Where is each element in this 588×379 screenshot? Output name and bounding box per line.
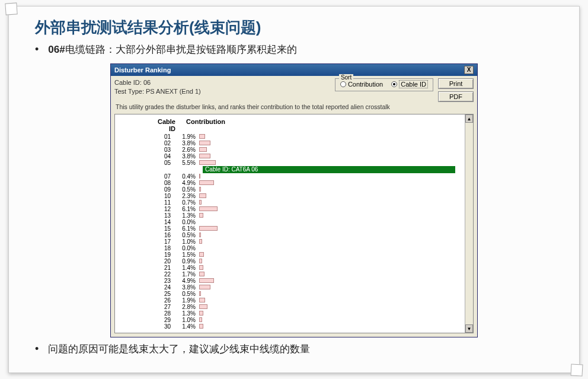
titlebar[interactable]: Disturber Ranking X: [111, 64, 477, 76]
contribution-bar: [199, 285, 210, 289]
row-bar-cell: [199, 238, 464, 245]
header-contribution: Contribution: [186, 118, 225, 132]
table-row[interactable]: 032.6%: [115, 146, 464, 153]
table-row[interactable]: 200.9%: [115, 258, 464, 265]
bullet-dot-icon: •: [35, 43, 39, 56]
contribution-bar: [199, 134, 205, 139]
row-contribution-value: 2.8%: [175, 304, 199, 310]
header-cable-id: Cable ID: [158, 118, 175, 132]
table-row[interactable]: 126.1%: [115, 206, 464, 212]
table-row[interactable]: 102.3%: [115, 193, 464, 199]
test-type-label: Test Type: PS ANEXT (End 1): [114, 87, 330, 95]
row-bar-cell: [199, 232, 464, 238]
table-row[interactable]: 291.0%: [115, 317, 464, 323]
table-row[interactable]: 070.4%: [115, 173, 464, 180]
row-bar-cell: [199, 199, 464, 206]
table-row[interactable]: 301.4%: [115, 323, 464, 330]
row-cable-id: 14: [115, 219, 175, 225]
row-bar-cell: [199, 304, 464, 310]
row-contribution-value: 3.8%: [175, 140, 199, 146]
row-bar-cell: [199, 186, 464, 193]
row-contribution-value: 1.0%: [175, 317, 199, 323]
button-column: Print PDF: [438, 78, 474, 102]
row-bar-cell: [199, 284, 464, 291]
row-bar-cell: [199, 258, 464, 265]
table-row[interactable]: 191.5%: [115, 251, 464, 258]
table-row[interactable]: 243.8%: [115, 284, 464, 291]
table-row[interactable]: 281.3%: [115, 310, 464, 317]
header-area: Cable ID: 06 Test Type: PS ANEXT (End 1)…: [111, 76, 477, 103]
table-row[interactable]: 090.5%: [115, 186, 464, 193]
contribution-bar: [199, 304, 207, 309]
table-row[interactable]: 110.7%: [115, 199, 464, 206]
row-cable-id: 18: [115, 245, 175, 251]
cable-id-label: Cable ID: 06: [114, 78, 330, 87]
row-cable-id: 29: [115, 317, 175, 323]
print-button[interactable]: Print: [438, 78, 474, 89]
description-text: This utility grades the disturber links,…: [111, 103, 477, 113]
close-button[interactable]: X: [464, 66, 474, 74]
sort-legend: Sort: [339, 74, 353, 81]
row-cable-id: 17: [115, 238, 175, 245]
table-row[interactable]: 180.0%: [115, 245, 464, 251]
row-cable-id: 08: [115, 180, 175, 186]
contribution-bar: [199, 239, 202, 244]
table-row[interactable]: 156.1%: [115, 225, 464, 232]
row-cable-id: 23: [115, 278, 175, 284]
table-row[interactable]: 011.9%: [115, 133, 464, 140]
row-contribution-value: 4.9%: [175, 180, 199, 186]
contribution-bar: [199, 147, 207, 152]
row-bar-cell: [199, 153, 464, 160]
scrollbar[interactable]: ▲ ▼: [465, 114, 473, 333]
table-row[interactable]: 171.0%: [115, 238, 464, 245]
table-row[interactable]: 131.3%: [115, 212, 464, 219]
table-row[interactable]: 234.9%: [115, 278, 464, 284]
radio-contribution[interactable]: Contribution: [340, 81, 383, 88]
row-bar-cell: [199, 291, 464, 297]
contribution-bar: [199, 272, 204, 276]
row-contribution-value: 0.0%: [175, 219, 199, 225]
table-row[interactable]: 250.5%: [115, 291, 464, 297]
table-row[interactable]: 043.8%: [115, 153, 464, 160]
slide-frame: 外部串扰测试结果分析(线束问题) • 06#电缆链路：大部分外部串扰是按链路顺序…: [8, 6, 580, 373]
radio-contribution-label: Contribution: [348, 81, 383, 88]
row-contribution-value: 1.3%: [175, 212, 199, 219]
row-cable-id: 11: [115, 199, 175, 206]
table-row[interactable]: 055.5%: [115, 160, 464, 166]
table-row[interactable]: 272.8%: [115, 304, 464, 310]
row-contribution-value: 0.4%: [175, 173, 199, 180]
highlight-row[interactable]: Cable ID: CAT6A 06: [203, 166, 455, 173]
table-row[interactable]: 023.8%: [115, 140, 464, 146]
table-row[interactable]: 221.7%: [115, 271, 464, 278]
row-contribution-value: 2.3%: [175, 193, 199, 199]
scroll-up-button[interactable]: ▲: [465, 114, 473, 123]
row-bar-cell: [199, 317, 464, 323]
contribution-bar: [199, 324, 203, 329]
radio-cableid-label: Cable ID: [399, 80, 428, 88]
row-cable-id: 07: [115, 173, 175, 180]
row-cable-id: 28: [115, 310, 175, 317]
row-bar-cell: [199, 173, 464, 180]
radio-cableid[interactable]: Cable ID: [391, 80, 428, 88]
row-bar-cell: [199, 251, 464, 258]
pdf-button[interactable]: PDF: [438, 91, 474, 102]
bullet-1: • 06#电缆链路：大部分外部串扰是按链路顺序累积起来的: [35, 43, 579, 56]
scroll-down-button[interactable]: ▼: [465, 324, 473, 333]
row-cable-id: 27: [115, 304, 175, 310]
table-row[interactable]: 160.5%: [115, 232, 464, 238]
row-cable-id: 05: [115, 160, 175, 166]
table-row[interactable]: 140.0%: [115, 219, 464, 225]
table-row[interactable]: 261.9%: [115, 297, 464, 304]
row-cable-id: 02: [115, 140, 175, 146]
row-bar-cell: [199, 193, 464, 199]
row-cable-id: 03: [115, 146, 175, 153]
table-row[interactable]: 211.4%: [115, 265, 464, 271]
row-cable-id: 30: [115, 323, 175, 330]
row-bar-cell: [199, 265, 464, 271]
row-cable-id: 01: [115, 133, 175, 140]
header-left: Cable ID: 06 Test Type: PS ANEXT (End 1): [114, 78, 330, 95]
row-contribution-value: 6.1%: [175, 206, 199, 212]
bullet-2: • 问题的原因可能是线束太大了，建议减少线束中线缆的数量: [35, 342, 579, 356]
disturber-ranking-window: Disturber Ranking X Cable ID: 06 Test Ty…: [110, 63, 478, 337]
table-row[interactable]: 084.9%: [115, 180, 464, 186]
